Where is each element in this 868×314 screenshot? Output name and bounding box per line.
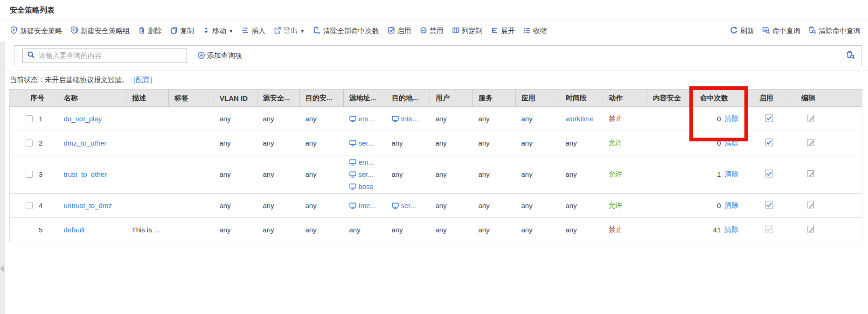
minus-circle-icon	[420, 27, 427, 36]
src-addr-link[interactable]: ser...	[349, 137, 386, 149]
search-input[interactable]	[39, 52, 187, 60]
header-name[interactable]: 名称	[58, 90, 126, 107]
header-tag[interactable]: 标签	[169, 90, 214, 107]
clear-hits-link[interactable]: 清除	[725, 225, 739, 234]
action-cell: 允许	[609, 201, 623, 209]
chevron-down-icon: ▼	[229, 29, 233, 34]
refresh-button[interactable]: 刷新	[730, 26, 754, 36]
header-user[interactable]: 用户	[430, 90, 473, 107]
move-button[interactable]: 移动 ▼	[202, 27, 233, 36]
action-cell: 禁止	[609, 225, 623, 233]
src-zone-cell: any	[257, 194, 300, 218]
header-vlan[interactable]: VLAN ID	[214, 90, 257, 107]
copy-button[interactable]: 复制	[170, 27, 194, 36]
header-schedule[interactable]: 时间段	[560, 90, 603, 107]
clear-all-hits-icon: 00	[313, 26, 321, 36]
clear-hits-link[interactable]: 清除	[725, 201, 739, 210]
edit-button[interactable]	[807, 225, 815, 235]
header-app[interactable]: 应用	[516, 90, 560, 107]
schedule-link[interactable]: worktime	[566, 115, 594, 123]
policy-name-link[interactable]: dmz_to_other	[64, 139, 107, 147]
insert-button[interactable]: 插入	[242, 27, 265, 36]
enable-checkbox[interactable]	[765, 138, 773, 148]
header-desc[interactable]: 描述	[126, 90, 169, 107]
clear-hits-link[interactable]: 清除	[725, 170, 739, 179]
disable-button[interactable]: 禁用	[420, 27, 444, 36]
clear-hits-link[interactable]: 清除	[725, 114, 739, 123]
hit-count: 41	[713, 226, 721, 234]
tag-cell	[169, 194, 214, 218]
clear-all-hits-button[interactable]: 00 清除全部命中次数	[313, 26, 379, 36]
clear-hits-link[interactable]: 清除	[725, 139, 739, 147]
export-button[interactable]: 导出 ▼	[274, 27, 305, 36]
row-checkbox[interactable]	[26, 140, 33, 147]
expand-button[interactable]: 展开	[491, 27, 515, 36]
policy-name-link[interactable]: default	[64, 226, 85, 234]
vlan-cell: any	[214, 155, 257, 194]
new-policy-button[interactable]: 新建安全策略	[10, 26, 62, 36]
header-dst-zone[interactable]: 目的安...	[300, 90, 344, 107]
collapse-panel-handle[interactable]	[0, 265, 4, 272]
row-checkbox[interactable]	[26, 171, 33, 178]
content-security-cell	[647, 131, 691, 155]
hit-count: 0	[717, 139, 721, 147]
row-seq: 4	[39, 202, 42, 209]
enable-checkbox[interactable]	[765, 201, 773, 210]
dst-zone-cell: any	[300, 155, 344, 194]
schedule-cell: any	[560, 155, 603, 194]
status-text: 当前状态：未开启基础协议报文过滤。	[10, 76, 129, 84]
clear-hit-query-button[interactable]: 清除命中查询	[808, 26, 861, 36]
header-src-addr[interactable]: 源地址...	[344, 90, 386, 107]
src-addr-cell: any	[344, 218, 386, 242]
clear-search-query-button[interactable]	[846, 50, 855, 61]
search-box[interactable]	[22, 49, 187, 63]
delete-button[interactable]: 删除	[138, 27, 162, 36]
header-edit[interactable]: 编辑	[787, 90, 830, 107]
header-seq[interactable]: 序号	[10, 90, 58, 107]
header-enable[interactable]: 启用	[745, 90, 787, 107]
header-service[interactable]: 服务	[473, 90, 516, 107]
collapse-button[interactable]: 收缩	[523, 27, 547, 36]
row-checkbox[interactable]	[26, 202, 33, 209]
row-checkbox[interactable]	[26, 115, 33, 122]
column-customize-button[interactable]: 列定制	[452, 27, 483, 36]
policy-name-link[interactable]: do_not_play	[64, 115, 102, 123]
tag-cell	[169, 155, 214, 194]
dst-zone-cell: any	[300, 131, 344, 155]
src-addr-link[interactable]: Inte...	[349, 200, 386, 212]
configure-link[interactable]: [配置]	[133, 76, 152, 84]
header-dst-addr[interactable]: 目的地...	[386, 90, 430, 107]
header-src-zone[interactable]: 源安全...	[257, 90, 300, 107]
toolbar-right: 刷新 命中查询 清除命中查询	[730, 26, 861, 36]
new-policy-group-button[interactable]: 新建安全策略组	[70, 26, 130, 36]
page-title: 安全策略列表	[10, 6, 868, 15]
src-addr-link[interactable]: em...	[349, 113, 386, 125]
enable-checkbox[interactable]	[765, 114, 773, 124]
edit-button[interactable]	[807, 169, 815, 179]
edit-button[interactable]	[807, 201, 815, 210]
hit-query-button[interactable]: 命中查询	[762, 26, 800, 36]
dst-addr-link[interactable]: ser...	[392, 200, 430, 212]
add-query-button[interactable]: 添加查询项	[197, 51, 242, 61]
src-addr-link[interactable]: ser...	[349, 168, 386, 181]
app-cell: any	[516, 107, 560, 131]
app-cell: any	[516, 218, 560, 242]
src-addr-link[interactable]: boss	[349, 181, 386, 193]
edit-button[interactable]	[807, 138, 815, 148]
header-hit-count[interactable]: 命中次数	[691, 90, 745, 107]
dst-addr-cell: any	[386, 131, 430, 155]
dst-zone-cell: any	[300, 107, 344, 131]
header-action[interactable]: 动作	[603, 90, 647, 107]
policy-name-link[interactable]: untrust_to_dmz	[64, 202, 112, 209]
policy-name-link[interactable]: trust_to_other	[64, 170, 107, 178]
enable-checkbox[interactable]	[765, 169, 773, 179]
vlan-cell: any	[214, 194, 257, 218]
enable-button[interactable]: 启用	[388, 27, 411, 36]
header-content-security[interactable]: 内容安全	[647, 90, 691, 107]
dst-addr-link[interactable]: Inte...	[392, 113, 430, 125]
monitor-icon	[392, 116, 399, 122]
insert-icon	[242, 27, 249, 36]
edit-button[interactable]	[807, 114, 815, 124]
row-seq: 1	[39, 115, 42, 123]
src-addr-link[interactable]: em...	[349, 156, 386, 168]
